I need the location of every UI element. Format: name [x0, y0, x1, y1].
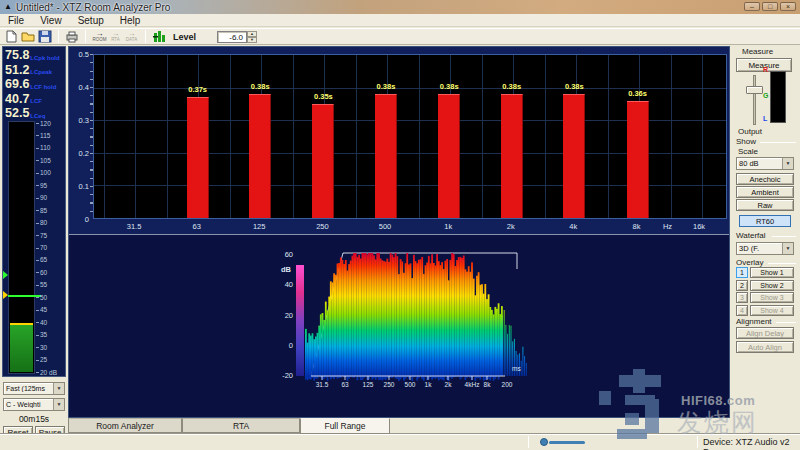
overlay-num-3[interactable]: 3: [736, 292, 748, 303]
menu-file[interactable]: File: [0, 15, 32, 26]
status-bar: [0, 433, 800, 450]
meter-yellow-line: [10, 323, 33, 325]
x-axis-label: 500: [379, 222, 392, 231]
meter-tick: [36, 198, 39, 199]
y-axis-label: 0.1: [69, 182, 89, 191]
gridline-v: [230, 55, 231, 218]
overlay-num-2[interactable]: 2: [736, 280, 748, 291]
y-axis-label: 0.2: [69, 149, 89, 158]
auto-align-button[interactable]: Auto Align: [736, 341, 794, 353]
minimize-button[interactable]: –: [744, 2, 760, 11]
meter-tick: [36, 285, 39, 286]
chevron-down-icon[interactable]: ▼: [782, 243, 793, 254]
anechoic-button[interactable]: Anechoic: [736, 173, 794, 185]
spin-down-icon[interactable]: ▼: [247, 37, 257, 43]
y-axis-label: 0: [69, 215, 89, 224]
print-icon[interactable]: [65, 30, 79, 43]
output-slider-track[interactable]: [753, 75, 756, 125]
gridline-v: [545, 55, 546, 218]
level-value[interactable]: -6.0: [217, 31, 247, 43]
yellow-marker-icon: [3, 291, 8, 299]
rt60-bar-value: 0.38s: [440, 82, 459, 91]
menu-help[interactable]: Help: [112, 15, 149, 26]
level-icon[interactable]: [152, 30, 166, 43]
overlay-show-3-button[interactable]: Show 3: [750, 292, 794, 303]
readout-label: LCF: [30, 98, 42, 104]
rt60-button[interactable]: RT60: [739, 215, 791, 227]
raw-button[interactable]: Raw: [736, 199, 794, 211]
meter-scale-label: 115: [40, 132, 50, 139]
overlay-num-4[interactable]: 4: [736, 305, 748, 316]
window-title: Untitled* - XTZ Room Analyzer Pro: [16, 2, 171, 13]
meter-tick: [36, 148, 39, 149]
rt60-bar: [375, 94, 397, 218]
meter-scale-label: 120: [40, 120, 51, 127]
svg-text:8k: 8k: [484, 381, 492, 388]
scale-dropdown[interactable]: 80 dB ▼: [736, 157, 794, 170]
maximize-button[interactable]: □: [762, 2, 778, 11]
save-icon[interactable]: [38, 30, 52, 43]
gridline-v: [702, 55, 703, 218]
ambient-button[interactable]: Ambient: [736, 186, 794, 198]
menu-view[interactable]: View: [32, 15, 70, 26]
meter-scale-label: 70: [40, 244, 47, 251]
svg-text:500: 500: [405, 381, 416, 388]
overlay-show-1-button[interactable]: Show 1: [750, 267, 794, 278]
new-file-icon[interactable]: [4, 30, 18, 43]
gridline-v: [167, 55, 168, 218]
svg-text:40: 40: [285, 280, 293, 289]
waterfall-chart[interactable]: 31.5631252505001k2k4kHz8k6040200-20dBms2…: [69, 235, 729, 417]
x-axis-label: 8k: [633, 222, 641, 231]
chevron-down-icon[interactable]: ▼: [53, 383, 64, 394]
tab-rta[interactable]: RTA: [182, 418, 300, 433]
level-spinner[interactable]: -6.0 ▲ ▼: [217, 31, 257, 43]
export-data-icon[interactable]: →DATA: [124, 30, 139, 44]
meter-letter-g: G: [763, 92, 768, 99]
gridline-v: [608, 55, 609, 218]
overlay-group-label: Overlay: [736, 258, 764, 267]
export-label: RTA: [111, 38, 120, 43]
export-rta-icon[interactable]: →RTA: [108, 30, 123, 44]
waterfall-mode-value: 3D (F.: [737, 244, 782, 253]
tab-full-range[interactable]: Full Range: [300, 418, 390, 434]
measure-group-label: Measure: [742, 47, 773, 56]
overlay-show-4-button[interactable]: Show 4: [750, 305, 794, 316]
export-label: DATA: [126, 38, 137, 43]
meter-letter-r: R: [763, 66, 768, 73]
x-axis-label: 2k: [507, 222, 515, 231]
meter-tick: [36, 235, 39, 236]
gridline-v: [356, 55, 357, 218]
rt60-bar-value: 0.38s: [565, 82, 584, 91]
y-minor-ticks: [90, 54, 93, 219]
meter-tick: [36, 360, 39, 361]
chevron-down-icon[interactable]: ▼: [782, 158, 793, 169]
weighting-dropdown[interactable]: C - Weighti ▼: [3, 398, 65, 411]
output-slider-handle[interactable]: [746, 86, 763, 94]
app-icon: ▲: [4, 3, 12, 11]
open-folder-icon[interactable]: [21, 30, 35, 43]
meter-tick: [36, 272, 39, 273]
menu-bar: FileViewSetupHelp: [0, 14, 800, 27]
tab-room-analyzer[interactable]: Room Analyzer: [68, 418, 182, 433]
status-slider-knob[interactable]: [540, 438, 548, 446]
meter-tick: [36, 248, 39, 249]
svg-text:4kHz: 4kHz: [465, 381, 480, 388]
align-delay-button[interactable]: Align Delay: [736, 327, 794, 339]
waterfall-mode-dropdown[interactable]: 3D (F. ▼: [736, 242, 794, 255]
close-button[interactable]: ×: [780, 2, 796, 11]
rt60-plot-area[interactable]: 0.37s0.38s0.35s0.38s0.38s0.38s0.38s0.36s: [93, 54, 727, 219]
overlay-show-2-button[interactable]: Show 2: [750, 280, 794, 291]
chevron-down-icon[interactable]: ▼: [53, 399, 64, 410]
meter-tick: [36, 173, 39, 174]
menu-setup[interactable]: Setup: [70, 15, 112, 26]
x-axis-label: 4k: [569, 222, 577, 231]
meter-tick: [36, 123, 39, 124]
response-speed-dropdown[interactable]: Fast (125ms ▼: [3, 382, 65, 395]
status-slider-track[interactable]: [549, 441, 585, 444]
overlay-num-1[interactable]: 1: [736, 267, 748, 278]
export-room-icon[interactable]: →ROOM: [92, 30, 107, 44]
meter-scale-label: 50: [40, 294, 47, 301]
spl-readout-panel: 75.8LCpk hold51.2LCpeak69.6LCF hold40.7L…: [2, 46, 66, 377]
rt60-bar-value: 0.37s: [188, 85, 207, 94]
readout-row: 40.7LCF: [5, 93, 42, 106]
